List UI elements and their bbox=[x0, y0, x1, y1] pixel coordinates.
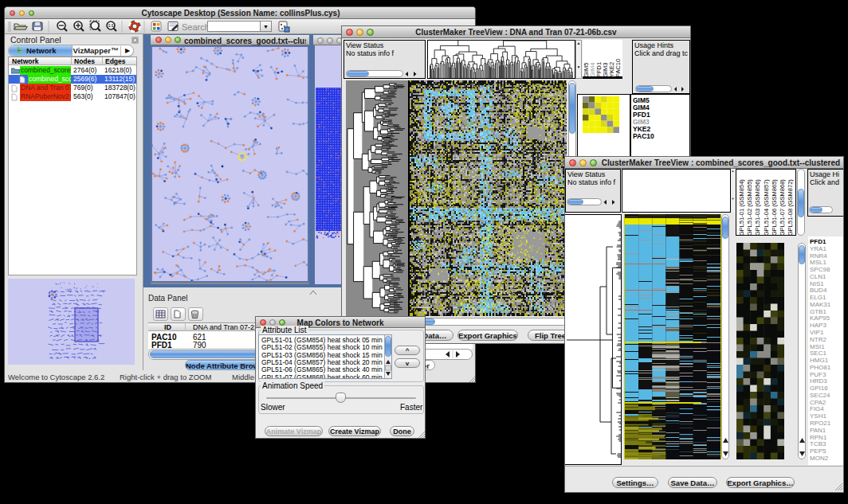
svg-text:1:1: 1:1 bbox=[108, 23, 113, 28]
